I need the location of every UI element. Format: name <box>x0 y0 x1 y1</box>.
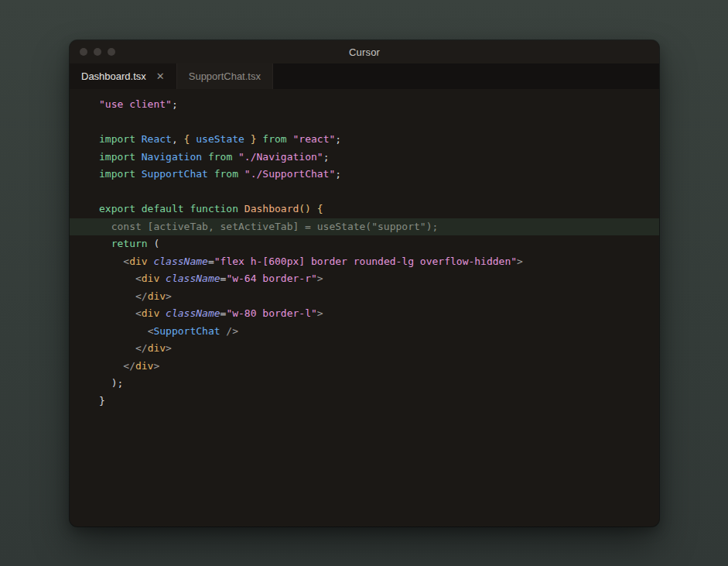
code-token: > <box>166 342 172 354</box>
code-token: < <box>135 307 142 319</box>
code-token: "react" <box>293 133 336 145</box>
code-token: ; <box>335 168 341 180</box>
code-token: "./SupportChat" <box>244 168 335 180</box>
code-line[interactable] <box>70 114 659 132</box>
close-tab-icon[interactable]: ✕ <box>156 71 165 81</box>
code-token: "flex h-[600px] border rounded-lg overfl… <box>214 256 517 267</box>
code-token: from <box>257 133 293 145</box>
code-token: div <box>129 256 147 267</box>
titlebar: Cursor <box>70 40 659 63</box>
code-token <box>99 273 135 284</box>
code-token <box>99 238 111 249</box>
code-token: div <box>148 290 166 302</box>
code-line[interactable]: export default function Dashboard() { <box>70 201 659 218</box>
code-line[interactable]: <div className="flex h-[600px] border ro… <box>70 253 659 271</box>
tab-label: SupportChat.tsx <box>189 70 261 82</box>
code-token: Navigation <box>142 151 202 163</box>
code-line[interactable] <box>70 184 659 201</box>
code-token: Dashboard <box>244 203 299 214</box>
code-token: ( <box>148 238 160 249</box>
code-token: import <box>99 168 142 180</box>
code-token: useState <box>196 133 244 145</box>
code-line[interactable]: return ( <box>70 235 659 253</box>
tab-supportchat-tsx[interactable]: SupportChat.tsx <box>177 63 273 89</box>
tab-bar: Dashboard.tsx✕SupportChat.tsx <box>70 63 659 89</box>
code-line[interactable]: import Navigation from "./Navigation"; <box>70 149 659 166</box>
code-token: } <box>244 133 257 145</box>
code-token: ); <box>99 377 123 389</box>
code-line[interactable]: </div> <box>70 288 659 306</box>
code-token: ; <box>172 98 178 110</box>
code-token: React <box>142 133 172 145</box>
code-token <box>99 342 135 354</box>
code-token: > <box>317 307 323 319</box>
window-controls <box>70 48 115 56</box>
code-token: > <box>317 273 323 284</box>
code-token: </ <box>135 342 148 354</box>
tab-dashboard-tsx[interactable]: Dashboard.tsx✕ <box>70 63 177 89</box>
maximize-button[interactable] <box>108 48 115 56</box>
code-token: > <box>153 360 159 372</box>
code-line[interactable]: import React, { useState } from "react"; <box>70 131 659 149</box>
code-token <box>99 325 148 337</box>
code-token: ; <box>323 151 330 163</box>
code-token: return <box>111 238 148 249</box>
minimize-button[interactable] <box>94 48 101 56</box>
tab-label: Dashboard.tsx <box>81 70 146 82</box>
code-token: div <box>135 360 153 372</box>
code-token: < <box>135 273 142 284</box>
code-token: from <box>208 168 244 180</box>
code-token: () { <box>299 203 323 214</box>
code-token: "use client" <box>99 98 172 110</box>
code-token: "w-80 border-l" <box>226 307 316 319</box>
code-line[interactable]: <SupportChat /> <box>70 323 659 341</box>
code-token: , <box>172 133 184 145</box>
code-line[interactable]: const [activeTab, setActiveTab] = useSta… <box>70 218 659 236</box>
code-token: SupportChat <box>153 325 220 337</box>
code-line[interactable]: "use client"; <box>70 96 659 114</box>
code-token: { <box>184 133 197 145</box>
code-token: div <box>142 273 159 284</box>
code-editor[interactable]: "use client"; import React, { useState }… <box>70 89 659 527</box>
code-token: /> <box>220 325 238 337</box>
code-line[interactable]: import SupportChat from "./SupportChat"; <box>70 166 659 184</box>
code-token: < <box>123 256 129 267</box>
code-token <box>99 290 135 302</box>
code-line[interactable]: </div> <box>70 358 659 376</box>
code-token: import <box>99 151 142 163</box>
code-line[interactable]: ); <box>70 375 659 393</box>
code-token: </ <box>135 290 148 302</box>
code-token: ; <box>335 133 341 145</box>
code-token: from <box>202 151 238 163</box>
code-token: div <box>148 342 166 354</box>
code-line[interactable]: <div className="w-80 border-l"> <box>70 305 659 323</box>
desktop-background: { "window": { "title": "Cursor", "contro… <box>0 0 728 566</box>
code-token: </ <box>123 360 135 372</box>
code-token <box>99 256 123 267</box>
code-line[interactable]: } <box>70 393 659 410</box>
code-token: SupportChat <box>142 168 208 180</box>
code-token <box>99 307 135 319</box>
code-token <box>99 360 123 372</box>
code-token: "./Navigation" <box>238 151 323 163</box>
code-token: "w-64 border-r" <box>226 273 316 284</box>
close-button[interactable] <box>80 48 87 56</box>
code-token: > <box>517 256 523 267</box>
code-token: } <box>99 395 105 406</box>
code-token: > <box>166 290 172 302</box>
code-token: import <box>99 133 142 145</box>
app-window: Cursor Dashboard.tsx✕SupportChat.tsx "us… <box>70 40 659 527</box>
code-token: div <box>142 307 159 319</box>
window-title: Cursor <box>70 46 659 58</box>
code-token: className <box>159 307 220 319</box>
code-token: = <box>208 256 214 267</box>
code-token: export default function <box>99 203 244 214</box>
code-token: className <box>148 256 208 267</box>
code-line[interactable]: <div className="w-64 border-r"> <box>70 270 659 288</box>
code-token: className <box>159 273 220 284</box>
code-line[interactable]: </div> <box>70 340 659 358</box>
code-token: const [activeTab, setActiveTab] = useSta… <box>99 221 438 232</box>
